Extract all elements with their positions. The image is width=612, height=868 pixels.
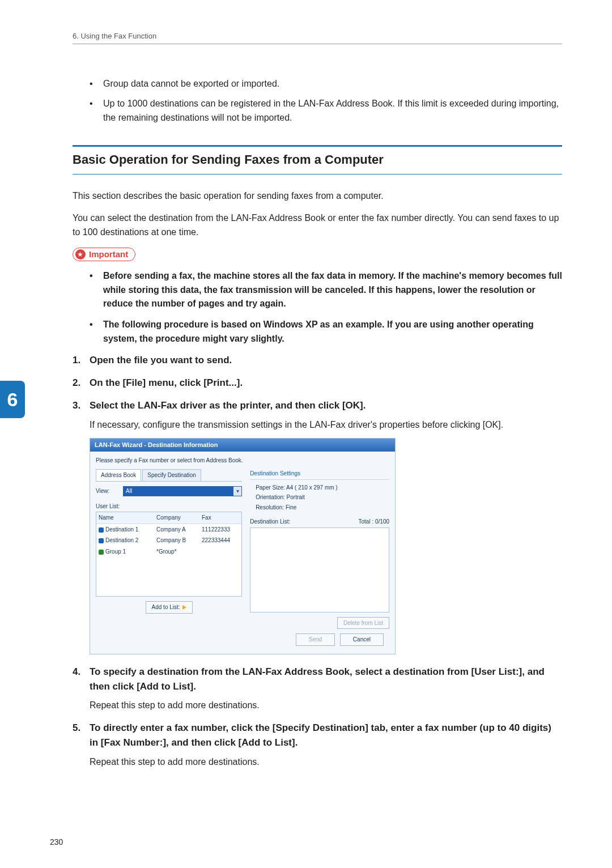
user-list-row[interactable]: Destination 2 Company B 222333444 bbox=[96, 535, 241, 546]
step-5: To directly enter a fax number, click th… bbox=[73, 721, 562, 769]
step-body: If necessary, configure the transmission… bbox=[90, 418, 562, 432]
dialog-tabs: Address Book Specify Destination bbox=[96, 469, 242, 482]
destination-total: Total : 0/100 bbox=[359, 517, 389, 526]
important-bullet: The following procedure is based on Wind… bbox=[90, 318, 562, 346]
col-fax-header: Fax bbox=[199, 512, 241, 524]
row-name: Destination 2 bbox=[105, 537, 138, 543]
person-icon bbox=[99, 527, 104, 533]
tab-specify-destination[interactable]: Specify Destination bbox=[142, 469, 201, 481]
step-head: To directly enter a fax number, click th… bbox=[90, 721, 562, 751]
row-company: *Group* bbox=[154, 546, 199, 558]
add-to-list-button[interactable]: Add to List: bbox=[146, 601, 193, 614]
intro-bullet-list: Group data cannot be exported or importe… bbox=[90, 77, 562, 125]
delete-from-list-button[interactable]: Delete from List bbox=[337, 617, 389, 629]
row-fax bbox=[199, 546, 241, 558]
chapter-tab: 6 bbox=[0, 381, 25, 418]
important-bullet: Before sending a fax, the machine stores… bbox=[90, 269, 562, 311]
step-body: Repeat this step to add more destination… bbox=[90, 699, 562, 713]
intro-bullet: Group data cannot be exported or importe… bbox=[90, 77, 562, 91]
destination-settings-heading: Destination Settings bbox=[250, 469, 389, 480]
add-to-list-label: Add to List: bbox=[152, 603, 180, 612]
arrow-right-icon bbox=[182, 605, 186, 610]
lan-fax-wizard-dialog: LAN-Fax Wizard - Destination Information… bbox=[90, 438, 396, 654]
orientation: Orientation: Portrait bbox=[256, 493, 389, 502]
section-heading: Basic Operation for Sending Faxes from a… bbox=[73, 145, 562, 175]
tab-address-book[interactable]: Address Book bbox=[96, 469, 141, 481]
user-list[interactable]: Name Company Fax Destination 1 Company A… bbox=[96, 512, 242, 597]
chevron-down-icon: ▾ bbox=[233, 487, 241, 496]
body-paragraph: This section describes the basic operati… bbox=[73, 189, 562, 203]
view-value: All bbox=[126, 487, 132, 496]
row-name: Group 1 bbox=[105, 548, 126, 555]
col-company-header: Company bbox=[154, 512, 199, 524]
important-bullet-list: Before sending a fax, the machine stores… bbox=[90, 269, 562, 346]
paper-size: Paper Size: A4 ( 210 x 297 mm ) bbox=[256, 483, 389, 492]
step-head: Open the file you want to send. bbox=[90, 353, 562, 368]
send-button[interactable]: Send bbox=[296, 633, 335, 646]
cancel-button[interactable]: Cancel bbox=[340, 633, 384, 646]
group-icon bbox=[99, 550, 104, 555]
page-number: 230 bbox=[50, 837, 63, 846]
important-label: Important bbox=[89, 249, 128, 259]
step-2: On the [File] menu, click [Print...]. bbox=[73, 376, 562, 390]
step-4: To specify a destination from the LAN-Fa… bbox=[73, 665, 562, 713]
step-head: Select the LAN-Fax driver as the printer… bbox=[90, 398, 562, 413]
star-icon bbox=[75, 249, 86, 259]
view-select[interactable]: All ▾ bbox=[123, 486, 242, 496]
col-name-header: Name bbox=[96, 512, 154, 524]
destination-list-label: Destination List: bbox=[250, 517, 290, 526]
resolution: Resolution: Fine bbox=[256, 503, 389, 512]
body-paragraph: You can select the destination from the … bbox=[73, 211, 562, 240]
dialog-subtitle: Please specify a Fax number or select fr… bbox=[96, 456, 389, 465]
row-fax: 111222333 bbox=[199, 524, 241, 535]
row-company: Company A bbox=[154, 524, 199, 535]
intro-bullet: Up to 1000 destinations can be registere… bbox=[90, 97, 562, 125]
row-company: Company B bbox=[154, 535, 199, 546]
step-body: Repeat this step to add more destination… bbox=[90, 755, 562, 769]
steps-list: Open the file you want to send. On the [… bbox=[73, 353, 562, 769]
step-1: Open the file you want to send. bbox=[73, 353, 562, 368]
running-head: 6. Using the Fax Function bbox=[73, 32, 562, 44]
destination-list[interactable] bbox=[250, 527, 389, 612]
step-head: To specify a destination from the LAN-Fa… bbox=[90, 665, 562, 695]
user-list-row[interactable]: Group 1 *Group* bbox=[96, 546, 241, 558]
destination-settings-box: Paper Size: A4 ( 210 x 297 mm ) Orientat… bbox=[250, 483, 389, 512]
important-badge: Important bbox=[73, 248, 135, 261]
step-head: On the [File] menu, click [Print...]. bbox=[90, 376, 562, 390]
person-icon bbox=[99, 538, 104, 543]
user-list-label: User List: bbox=[96, 502, 242, 511]
row-fax: 222333444 bbox=[199, 535, 241, 546]
row-name: Destination 1 bbox=[105, 526, 138, 533]
view-label: View: bbox=[96, 487, 123, 496]
user-list-row[interactable]: Destination 1 Company A 111222333 bbox=[96, 524, 241, 535]
dialog-title-bar: LAN-Fax Wizard - Destination Information bbox=[90, 439, 395, 452]
step-3: Select the LAN-Fax driver as the printer… bbox=[73, 398, 562, 654]
